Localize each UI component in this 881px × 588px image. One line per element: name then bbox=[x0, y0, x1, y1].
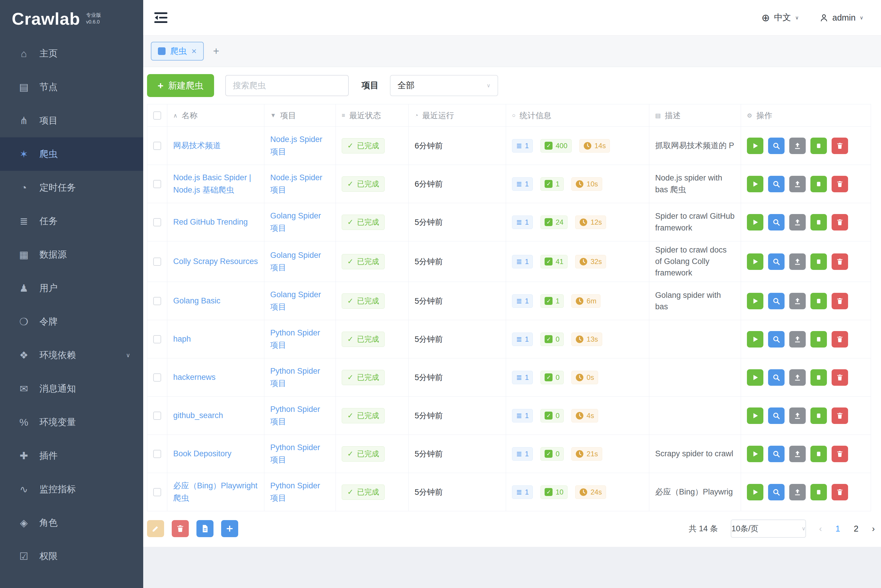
project-link[interactable]: Python Spider 项目 bbox=[270, 404, 330, 428]
delete-button[interactable] bbox=[831, 369, 848, 386]
page-button-1[interactable]: 1 bbox=[835, 524, 840, 534]
view-button[interactable] bbox=[768, 254, 785, 270]
sidebar-item-plugins[interactable]: ✚ 插件 ∨ bbox=[0, 439, 143, 472]
project-link[interactable]: Golang Spider 项目 bbox=[270, 210, 330, 235]
project-link[interactable]: Node.js Spider 项目 bbox=[270, 172, 330, 196]
tab-spiders[interactable]: 爬虫 × bbox=[151, 42, 204, 61]
upload-button[interactable] bbox=[789, 369, 806, 386]
row-checkbox[interactable] bbox=[153, 450, 161, 458]
spider-name-link[interactable]: 必应（Bing）Playwright 爬虫 bbox=[173, 480, 258, 504]
delete-button[interactable] bbox=[831, 176, 848, 192]
page-size-select[interactable]: 10条/页 ∨ bbox=[731, 519, 806, 538]
run-button[interactable] bbox=[747, 484, 763, 500]
delete-button[interactable] bbox=[831, 331, 848, 348]
prev-page-button[interactable]: ‹ bbox=[819, 524, 822, 534]
run-button[interactable] bbox=[747, 176, 763, 192]
project-link[interactable]: Golang Spider 项目 bbox=[270, 289, 330, 314]
spider-name-link[interactable]: hackernews bbox=[173, 371, 216, 384]
row-checkbox[interactable] bbox=[153, 180, 161, 188]
spider-name-link[interactable]: 网易技术频道 bbox=[173, 140, 221, 152]
spider-name-link[interactable]: Colly Scrapy Resources bbox=[173, 255, 258, 268]
clone-button[interactable] bbox=[810, 176, 827, 192]
project-link[interactable]: Golang Spider 项目 bbox=[270, 249, 330, 274]
batch-edit-button[interactable] bbox=[147, 520, 164, 537]
view-button[interactable] bbox=[768, 331, 785, 348]
run-button[interactable] bbox=[747, 446, 763, 462]
view-button[interactable] bbox=[768, 176, 785, 192]
upload-button[interactable] bbox=[789, 214, 806, 231]
search-input[interactable] bbox=[225, 75, 349, 96]
row-checkbox[interactable] bbox=[153, 412, 161, 420]
project-filter-select[interactable]: 全部 ∨ bbox=[390, 75, 498, 96]
clone-button[interactable] bbox=[810, 331, 827, 348]
sidebar-item-spiders[interactable]: ✶ 爬虫 ∨ bbox=[0, 137, 143, 171]
next-page-button[interactable]: › bbox=[872, 524, 875, 534]
spider-name-link[interactable]: haph bbox=[173, 333, 191, 345]
view-button[interactable] bbox=[768, 484, 785, 500]
sidebar-item-metrics[interactable]: ∿ 监控指标 ∨ bbox=[0, 472, 143, 506]
sidebar-item-notifications[interactable]: ✉ 消息通知 ∨ bbox=[0, 372, 143, 405]
run-button[interactable] bbox=[747, 369, 763, 386]
sidebar-item-roles[interactable]: ◈ 角色 ∨ bbox=[0, 506, 143, 540]
delete-button[interactable] bbox=[831, 138, 848, 154]
row-checkbox[interactable] bbox=[153, 297, 161, 305]
new-tab-button[interactable]: + bbox=[213, 45, 219, 57]
run-button[interactable] bbox=[747, 138, 763, 154]
sidebar-item-nodes[interactable]: ▤ 节点 ∨ bbox=[0, 70, 143, 104]
sidebar-item-projects[interactable]: ⋔ 项目 ∨ bbox=[0, 104, 143, 137]
view-button[interactable] bbox=[768, 408, 785, 424]
upload-button[interactable] bbox=[789, 484, 806, 500]
project-link[interactable]: Node.js Spider 项目 bbox=[270, 134, 330, 158]
upload-button[interactable] bbox=[789, 446, 806, 462]
sidebar-item-tasks[interactable]: ≣ 任务 ∨ bbox=[0, 204, 143, 238]
batch-add-button[interactable] bbox=[221, 520, 238, 537]
sidebar-item-dependencies[interactable]: ❖ 环境依赖 ∨ bbox=[0, 338, 143, 372]
select-all-checkbox[interactable] bbox=[153, 111, 161, 120]
batch-report-button[interactable] bbox=[197, 520, 213, 537]
row-checkbox[interactable] bbox=[153, 335, 161, 344]
clone-button[interactable] bbox=[810, 369, 827, 386]
upload-button[interactable] bbox=[789, 138, 806, 154]
view-button[interactable] bbox=[768, 138, 785, 154]
sidebar-item-tokens[interactable]: ❍ 令牌 ∨ bbox=[0, 305, 143, 338]
row-checkbox[interactable] bbox=[153, 374, 161, 382]
language-switcher[interactable]: ⊕ 中文 ∨ bbox=[762, 12, 799, 24]
sidebar-item-schedules[interactable]: ◔ 定时任务 ∨ bbox=[0, 171, 143, 204]
run-button[interactable] bbox=[747, 331, 763, 348]
upload-button[interactable] bbox=[789, 331, 806, 348]
project-link[interactable]: Python Spider 项目 bbox=[270, 327, 330, 352]
clone-button[interactable] bbox=[810, 214, 827, 231]
delete-button[interactable] bbox=[831, 408, 848, 424]
row-checkbox[interactable] bbox=[153, 142, 161, 150]
run-button[interactable] bbox=[747, 214, 763, 231]
delete-button[interactable] bbox=[831, 484, 848, 500]
row-checkbox[interactable] bbox=[153, 218, 161, 226]
spider-name-link[interactable]: github_search bbox=[173, 410, 223, 422]
spider-name-link[interactable]: Golang Basic bbox=[173, 295, 221, 307]
run-button[interactable] bbox=[747, 408, 763, 424]
clone-button[interactable] bbox=[810, 254, 827, 270]
clone-button[interactable] bbox=[810, 408, 827, 424]
upload-button[interactable] bbox=[789, 293, 806, 309]
spider-name-link[interactable]: Node.js Basic Spider | Node.js 基础爬虫 bbox=[173, 172, 258, 196]
sort-icon[interactable]: ∧ bbox=[173, 112, 178, 119]
project-link[interactable]: Python Spider 项目 bbox=[270, 442, 330, 466]
view-button[interactable] bbox=[768, 214, 785, 231]
clone-button[interactable] bbox=[810, 484, 827, 500]
run-button[interactable] bbox=[747, 254, 763, 270]
sidebar-item-home[interactable]: ⌂ 主页 ∨ bbox=[0, 37, 143, 70]
sidebar-item-permissions[interactable]: ☑ 权限 ∨ bbox=[0, 540, 143, 573]
delete-button[interactable] bbox=[831, 214, 848, 231]
sidebar-fold-icon[interactable] bbox=[153, 10, 168, 25]
delete-button[interactable] bbox=[831, 293, 848, 309]
view-button[interactable] bbox=[768, 369, 785, 386]
upload-button[interactable] bbox=[789, 254, 806, 270]
spider-name-link[interactable]: Book Depository bbox=[173, 448, 231, 460]
upload-button[interactable] bbox=[789, 176, 806, 192]
clone-button[interactable] bbox=[810, 293, 827, 309]
sidebar-item-environments[interactable]: % 环境变量 ∨ bbox=[0, 405, 143, 439]
project-link[interactable]: Python Spider 项目 bbox=[270, 365, 330, 390]
tab-close-icon[interactable]: × bbox=[191, 47, 197, 56]
row-checkbox[interactable] bbox=[153, 258, 161, 266]
view-button[interactable] bbox=[768, 446, 785, 462]
